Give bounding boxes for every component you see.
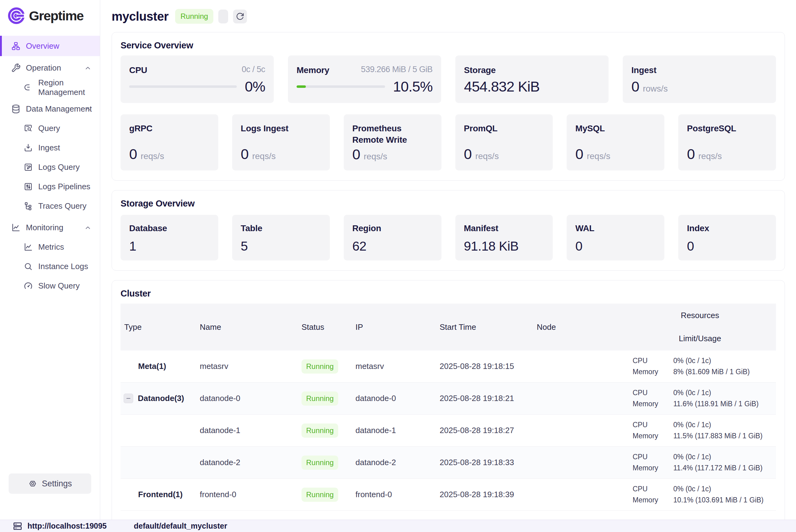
- resources-cell: CPU0% (0c / 1c) Memory10.1% (103.691 MiB…: [624, 485, 776, 504]
- main-content: mycluster Running Service Overview CPU 0…: [100, 0, 796, 532]
- rate-cards-row: gRPC 0 reqs/s Logs Ingest 0 reqs/s Prome…: [120, 114, 776, 170]
- resources-cell: CPU0% (0c / 1c) Memory8% (81.609 MiB / 1…: [624, 357, 776, 376]
- brand-logo: Greptime: [0, 0, 100, 25]
- index-card: Index 0: [678, 215, 776, 261]
- promql-card: PromQL 0 reqs/s: [455, 114, 553, 170]
- sidebar-item-query[interactable]: Query: [0, 119, 100, 138]
- sidebar-item-label: Data Management: [26, 104, 92, 114]
- stat-label: Memory: [297, 65, 329, 76]
- col-status: Status: [298, 322, 352, 332]
- sidebar-item-label: Logs Query: [38, 163, 79, 172]
- refresh-button[interactable]: [233, 10, 247, 23]
- ingest-value: 0: [631, 78, 639, 95]
- sidebar-item-label: Overview: [26, 41, 59, 51]
- query-icon: [23, 124, 33, 133]
- col-node: Node: [533, 322, 624, 332]
- metrics-icon: [23, 242, 33, 252]
- sidebar-item-label: Traces Query: [38, 201, 87, 211]
- gear-icon: [28, 479, 37, 488]
- sidebar-item-instance-logs[interactable]: Instance Logs: [0, 257, 100, 276]
- overview-icon: [11, 41, 21, 51]
- minus-icon: [126, 396, 131, 401]
- sidebar-item-logs-pipelines[interactable]: Logs Pipelines: [0, 177, 100, 196]
- storage-card: Storage 454.832 KiB: [455, 56, 609, 103]
- resources-cell: CPU0% (0c / 1c) Memory11.4% (117.172 MiB…: [624, 453, 776, 472]
- sidebar-item-operation[interactable]: Operation: [0, 58, 100, 78]
- cluster-table-header: Type Name Status IP Start Time Node Reso…: [120, 304, 776, 350]
- status-badge: Running: [302, 359, 338, 374]
- sidebar-item-data-management[interactable]: Data Management: [0, 99, 100, 119]
- status-badge: Running: [302, 392, 338, 406]
- region-card: Region 62: [344, 215, 441, 261]
- sidebar-item-label: Ingest: [38, 143, 60, 153]
- memory-progress-bar: [297, 86, 385, 88]
- ingest-card: Ingest 0 rows/s: [623, 56, 776, 103]
- postgresql-card: PostgreSQL 0 reqs/s: [678, 114, 776, 170]
- collapse-datanode-button[interactable]: [124, 394, 133, 403]
- refresh-icon: [236, 12, 244, 21]
- cluster-panel: Cluster Type Name Status IP Start Time N…: [112, 280, 785, 532]
- sidebar-item-ingest[interactable]: Ingest: [0, 138, 100, 157]
- sidebar-item-traces-query[interactable]: Traces Query: [0, 196, 100, 216]
- cpu-progress-bar: [129, 86, 237, 88]
- sidebar-item-metrics[interactable]: Metrics: [0, 238, 100, 257]
- traces-query-icon: [23, 201, 33, 211]
- cpu-card: CPU 0c / 5c 0%: [120, 56, 274, 103]
- stat-label: Storage: [464, 65, 496, 76]
- settings-button[interactable]: Settings: [8, 473, 91, 494]
- service-stats-row: CPU 0c / 5c 0% Memory 539.266 MiB / 5 Gi…: [120, 56, 776, 103]
- service-overview-panel: Service Overview CPU 0c / 5c 0% Memory 5…: [112, 32, 785, 180]
- cluster-table: Type Name Status IP Start Time Node Reso…: [120, 304, 776, 511]
- status-badge: Running: [302, 488, 338, 502]
- monitoring-icon: [11, 223, 21, 232]
- sidebar-item-label: Metrics: [38, 242, 64, 252]
- table-row: Meta(1) metasrv Running metasrv 2025-08-…: [120, 350, 776, 382]
- section-title: Service Overview: [120, 40, 776, 51]
- chevron-up-icon: [84, 105, 92, 113]
- database-card: Database 1: [120, 215, 218, 261]
- wrench-icon: [11, 63, 21, 73]
- brand-name: Greptime: [29, 8, 83, 23]
- page-header: mycluster Running: [112, 7, 785, 25]
- table-row: datanode-1 Running datanode-1 2025-08-28…: [120, 415, 776, 446]
- col-resources: Resources Limit/Usage: [624, 311, 776, 343]
- logs-ingest-card: Logs Ingest 0 reqs/s: [232, 114, 330, 170]
- greptime-logo-icon: [7, 7, 25, 25]
- status-bar: http://localhost:19095 default/default_m…: [0, 520, 796, 532]
- sidebar-item-label: Instance Logs: [38, 262, 88, 271]
- table-card: Table 5: [232, 215, 330, 261]
- sidebar-item-monitoring[interactable]: Monitoring: [0, 218, 100, 238]
- manifest-card: Manifest 91.18 KiB: [455, 215, 553, 261]
- sidebar-item-label: Logs Pipelines: [38, 182, 90, 191]
- chevron-up-icon: [84, 64, 92, 72]
- sidebar-item-label: Slow Query: [38, 281, 79, 291]
- storage-cards-row: Database 1 Table 5 Region 62 Manifest 91…: [120, 215, 776, 261]
- resources-cell: CPU0% (0c / 1c) Memory11.5% (117.883 MiB…: [624, 421, 776, 440]
- storage-overview-panel: Storage Overview Database 1 Table 5 Regi…: [112, 190, 785, 271]
- resources-cell: CPU0% (0c / 1c) Memory11.6% (118.91 MiB …: [624, 389, 776, 408]
- region-management-icon: [23, 82, 33, 92]
- database-icon: [11, 104, 21, 114]
- memory-percent: 10.5%: [393, 78, 433, 95]
- mysql-card: MySQL 0 reqs/s: [567, 114, 664, 170]
- server-url: http://localhost:19095: [27, 521, 107, 530]
- header-extra-button[interactable]: [218, 10, 228, 23]
- sidebar-item-label: Monitoring: [26, 223, 63, 232]
- table-row: Datanode(3) datanode-0 Running datanode-…: [120, 382, 776, 415]
- ingest-unit: rows/s: [643, 84, 668, 94]
- sidebar-item-overview[interactable]: Overview: [0, 36, 100, 56]
- table-row: datanode-2 Running datanode-2 2025-08-28…: [120, 446, 776, 479]
- stat-label: CPU: [129, 65, 147, 76]
- cpu-percent: 0%: [245, 78, 265, 95]
- logs-pipelines-icon: [23, 182, 33, 191]
- server-icon: [13, 521, 22, 531]
- settings-label: Settings: [42, 479, 72, 489]
- sidebar-item-slow-query[interactable]: Slow Query: [0, 276, 100, 296]
- sidebar-item-logs-query[interactable]: Logs Query: [0, 157, 100, 177]
- stat-capacity: 539.266 MiB / 5 GiB: [361, 65, 433, 74]
- section-title: Storage Overview: [120, 198, 776, 209]
- sidebar-item-label: Operation: [26, 63, 61, 73]
- sidebar-item-region-management[interactable]: Region Management: [0, 78, 100, 97]
- table-row: Frontend(1) frontend-0 Running frontend-…: [120, 479, 776, 511]
- sidebar: Greptime Overview Operation Region Manag…: [0, 0, 100, 520]
